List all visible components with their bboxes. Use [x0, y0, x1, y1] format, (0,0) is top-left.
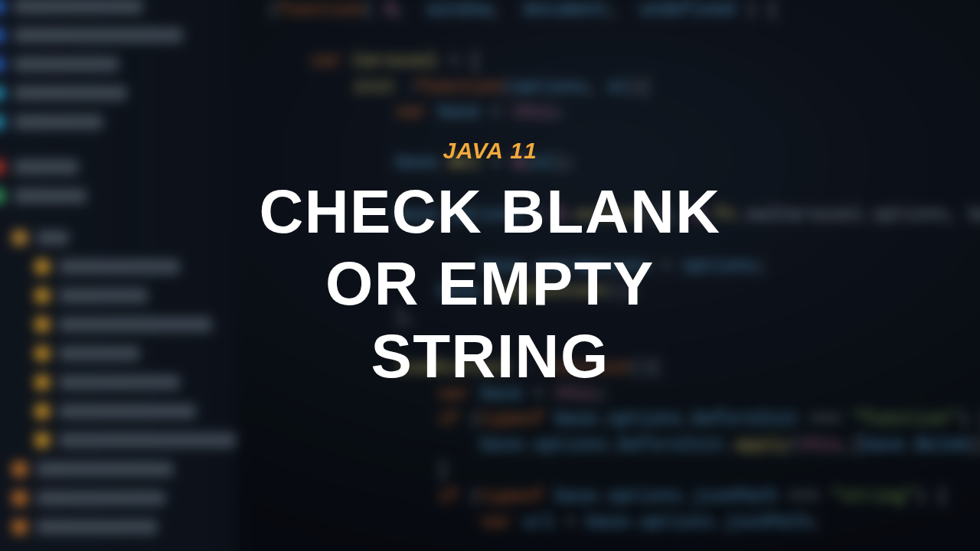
tree-item — [0, 0, 236, 18]
tree-item — [12, 515, 236, 540]
title-line-3: STRING — [259, 321, 720, 393]
tree-item — [35, 429, 237, 453]
subtitle: JAVA 11 — [443, 138, 537, 164]
tree-item — [0, 52, 236, 76]
main-title: CHECK BLANK OR EMPTY STRING — [259, 176, 720, 393]
tree-item — [12, 486, 236, 510]
tree-item — [0, 81, 236, 106]
tree-item — [35, 399, 237, 424]
title-overlay: JAVA 11 CHECK BLANK OR EMPTY STRING — [0, 138, 980, 393]
tree-item — [12, 457, 236, 481]
tree-item — [0, 110, 236, 135]
tree-item — [0, 23, 236, 47]
title-line-1: CHECK BLANK — [259, 176, 720, 248]
title-line-2: OR EMPTY — [259, 248, 720, 320]
